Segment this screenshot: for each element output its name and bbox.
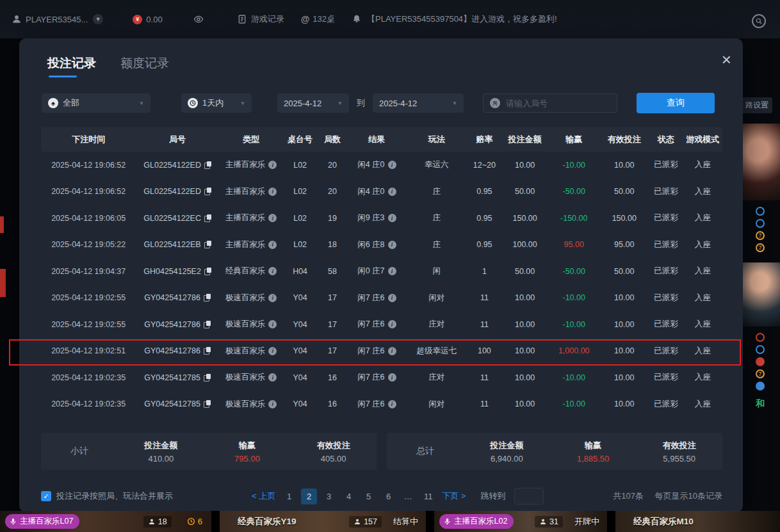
page-number[interactable]: 11	[420, 488, 436, 504]
cell-bet-amount: 50.00	[501, 187, 548, 196]
cell-play-type: 庄对	[406, 372, 467, 383]
live-table-tile[interactable]: 经典百家乐M10	[615, 511, 780, 532]
table-status: 结算中	[393, 516, 418, 528]
copy-icon[interactable]	[204, 374, 211, 382]
tab-credit-records[interactable]: 额度记录	[120, 55, 169, 77]
copy-icon[interactable]	[204, 294, 211, 302]
tab-bet-records[interactable]: 投注记录	[47, 55, 96, 77]
cell-game-type: 极速百家乐i	[219, 346, 284, 357]
info-circle-icon[interactable]: i	[388, 188, 396, 196]
close-icon[interactable]: ×	[722, 51, 731, 68]
cell-valid-bet: 50.00	[599, 187, 649, 196]
line-settings-button[interactable]: 路设置	[743, 97, 772, 113]
pagination: < 上页 123456…11 下页 > 跳转到	[250, 488, 544, 504]
roadmap-dot	[756, 382, 765, 391]
page-number[interactable]: 4	[341, 488, 357, 504]
info-circle-icon[interactable]: i	[268, 214, 277, 222]
info-circle-icon[interactable]: i	[268, 188, 277, 196]
search-button[interactable]	[752, 14, 766, 28]
info-circle-icon[interactable]: i	[388, 214, 396, 222]
info-circle-icon[interactable]: i	[388, 267, 396, 275]
page-number[interactable]: 2	[301, 488, 317, 504]
round-search-input[interactable]	[505, 98, 610, 109]
live-dealer-thumb[interactable]	[743, 124, 780, 200]
microphone-icon	[9, 517, 17, 526]
info-circle-icon[interactable]: i	[388, 347, 396, 355]
prev-page-link[interactable]: < 上页	[250, 490, 277, 502]
info-circle-icon[interactable]: i	[268, 161, 277, 169]
cell-status: 已派彩	[649, 372, 683, 383]
page-number[interactable]: 1	[281, 488, 297, 504]
cell-game-type: 极速百家乐i	[219, 293, 284, 303]
info-circle-icon[interactable]: i	[388, 320, 396, 328]
cell-valid-bet: 95.00	[599, 240, 649, 249]
person-icon	[539, 518, 547, 526]
column-header: 输赢	[548, 134, 599, 145]
info-circle-icon[interactable]: i	[388, 400, 396, 408]
records-total: 共107条	[613, 491, 644, 501]
subtotal-bet-value: 410.00	[118, 454, 204, 463]
copy-icon[interactable]	[204, 161, 211, 169]
live-dealer-thumb[interactable]	[743, 262, 780, 326]
info-circle-icon[interactable]: i	[388, 161, 396, 169]
top-bar: PLAYER53545... ▼ ¥ 0.00 游戏记录 @ 132桌 【PLA…	[0, 0, 780, 38]
copy-icon[interactable]	[204, 188, 211, 195]
cell-status: 已派彩	[649, 399, 683, 410]
date-to-picker[interactable]: 2025-4-12 ▼	[373, 93, 464, 113]
cell-table-number: L02	[283, 161, 317, 170]
page-number[interactable]: 3	[321, 488, 337, 504]
cell-bet-time: 2025-04-12 19:06:52	[41, 187, 136, 196]
roadmap-seven-badge: 7	[756, 231, 765, 240]
table-row: 2025-04-12 19:06:52GL02254122ED主播百家乐iL02…	[41, 179, 722, 206]
merge-checkbox[interactable]: ✓	[41, 491, 51, 501]
page-number[interactable]: 5	[361, 488, 377, 504]
tables-count-button[interactable]: @ 132桌	[301, 13, 335, 25]
live-table-tile[interactable]: 主播百家乐L07186	[0, 511, 211, 532]
cell-status: 已派彩	[649, 346, 683, 357]
roadmap-dot	[756, 333, 765, 342]
table-row: 2025-04-12 19:04:37GH04254125E2经典百家乐iH04…	[41, 258, 722, 285]
cell-odds: 11	[467, 293, 502, 302]
copy-icon[interactable]	[204, 214, 211, 222]
copy-icon[interactable]	[204, 268, 211, 275]
time-range-value: 1天内	[202, 97, 223, 109]
info-circle-icon[interactable]: i	[268, 320, 277, 328]
info-circle-icon[interactable]: i	[268, 294, 277, 302]
info-circle-icon[interactable]: i	[388, 241, 396, 249]
info-circle-icon[interactable]: i	[268, 347, 277, 355]
cell-result: 闲7 庄6i	[348, 372, 406, 383]
cell-bet-time: 2025-04-12 19:02:55	[41, 293, 136, 302]
info-circle-icon[interactable]: i	[268, 400, 277, 408]
copy-icon[interactable]	[204, 321, 211, 328]
user-menu[interactable]: PLAYER53545... ▼	[12, 14, 103, 24]
live-table-tile[interactable]: 主播百家乐L0231开牌中	[434, 511, 607, 532]
info-circle-icon[interactable]: i	[268, 267, 277, 275]
game-records-button[interactable]: 游戏记录	[237, 13, 284, 25]
chevron-down-icon[interactable]: ▼	[93, 14, 103, 24]
info-circle-icon[interactable]: i	[268, 241, 277, 249]
info-circle-icon[interactable]: i	[268, 373, 277, 382]
copy-icon[interactable]	[204, 400, 211, 408]
cell-odds: 11	[467, 373, 502, 382]
cell-round-count: 17	[317, 320, 348, 329]
time-range-select[interactable]: 1天内 ▼	[181, 93, 252, 113]
cell-table-number: L02	[283, 214, 317, 223]
game-type-select[interactable]: ♠ 全部 ▼	[42, 93, 150, 113]
next-page-link[interactable]: 下页 >	[440, 490, 467, 502]
roadmap-seven-badge: 7	[756, 243, 765, 252]
query-button[interactable]: 查询	[637, 93, 715, 113]
game-type-value: 全部	[63, 97, 79, 109]
cell-game-type: 极速百家乐i	[219, 372, 284, 383]
info-circle-icon[interactable]: i	[388, 294, 396, 302]
page-number[interactable]: 6	[380, 488, 396, 504]
info-circle-icon[interactable]: i	[388, 373, 396, 382]
copy-icon[interactable]	[204, 241, 211, 248]
jump-page-input[interactable]	[514, 488, 544, 504]
cell-valid-bet: 10.00	[599, 293, 649, 302]
balance-visibility-toggle[interactable]	[193, 14, 204, 24]
live-table-tile[interactable]: 经典百家乐Y19157结算中	[220, 511, 426, 532]
copy-icon[interactable]	[204, 347, 211, 355]
date-from-picker[interactable]: 2025-4-12 ▼	[277, 93, 349, 113]
right-rail: 路设置 77 7 和	[743, 38, 780, 512]
cell-odds: 1	[467, 267, 502, 276]
